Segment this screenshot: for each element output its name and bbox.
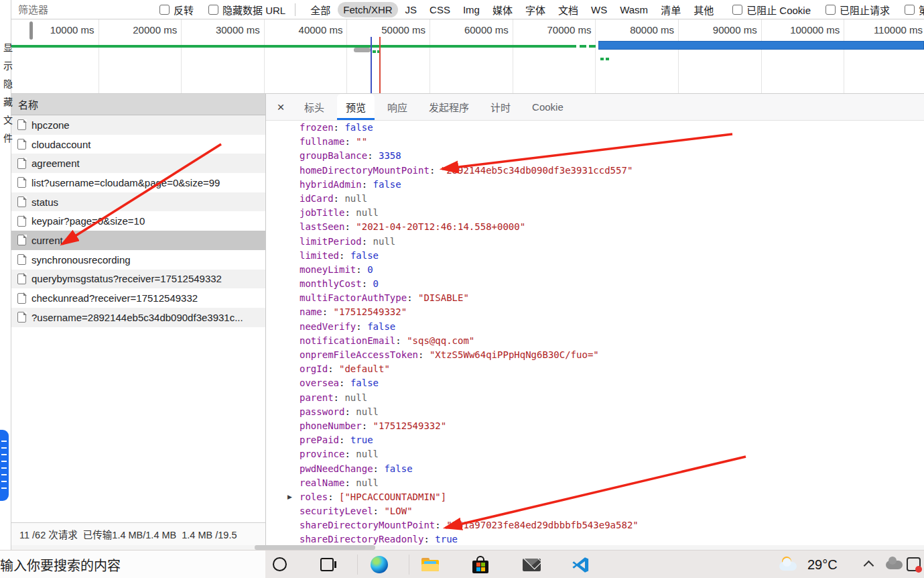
close-icon[interactable]: × bbox=[266, 94, 295, 120]
vscode-icon[interactable] bbox=[572, 556, 590, 577]
expand-arrow-icon[interactable]: ▶ bbox=[287, 490, 292, 504]
filter-type-媒体[interactable]: 媒体 bbox=[487, 1, 518, 19]
request-row-3[interactable]: agreement bbox=[11, 154, 265, 173]
tab-计时[interactable]: 计时 bbox=[482, 94, 519, 120]
request-row-11[interactable]: ?username=2892144eb5c34db090df3e3931c... bbox=[11, 308, 265, 327]
search-circle-icon[interactable] bbox=[273, 557, 287, 571]
timeline-tick-label: 90000 ms bbox=[683, 24, 757, 36]
docked-widget-tab[interactable] bbox=[0, 430, 9, 501]
json-key: pwdNeedChange bbox=[300, 463, 373, 474]
json-key: hybridAdmin bbox=[300, 179, 362, 190]
json-line-shareDirectoryMountPoint: shareDirectoryMountPoint: "251a97023fe84… bbox=[266, 518, 924, 532]
microsoft-store-icon[interactable] bbox=[472, 556, 488, 573]
json-line-shareDirectoryReadonly: shareDirectoryReadonly: true bbox=[266, 532, 924, 545]
request-row-8[interactable]: synchronousrecording bbox=[11, 250, 265, 270]
document-icon bbox=[17, 312, 26, 323]
filter-type-字体[interactable]: 字体 bbox=[520, 1, 551, 19]
request-name: keypair?page=0&size=10 bbox=[31, 215, 145, 227]
name-column-header[interactable]: 名称 bbox=[11, 94, 265, 115]
json-key: lastSeen bbox=[300, 221, 344, 232]
json-colon: : bbox=[423, 534, 435, 544]
json-colon: : bbox=[339, 250, 350, 261]
show-hidden-files-vertical-label: 显示隐藏文件 bbox=[1, 43, 14, 152]
json-value: false bbox=[367, 321, 395, 332]
tab-发起程序[interactable]: 发起程序 bbox=[420, 94, 478, 120]
json-colon: : bbox=[334, 193, 345, 204]
block-option-checkbox[interactable]: 已阻止 Cookie bbox=[732, 3, 811, 17]
network-overview-timeline[interactable]: 10000 ms20000 ms30000 ms40000 ms50000 ms… bbox=[11, 19, 924, 94]
file-explorer-icon[interactable] bbox=[421, 558, 439, 571]
timeline-green-dash bbox=[589, 45, 596, 48]
json-colon: : bbox=[395, 335, 407, 346]
request-row-10[interactable]: checkunread?receiver=17512549332 bbox=[11, 288, 265, 308]
filter-type-WS[interactable]: WS bbox=[586, 2, 612, 17]
document-icon bbox=[17, 177, 26, 188]
filter-type-Img[interactable]: Img bbox=[458, 2, 485, 17]
filter-type-CSS[interactable]: CSS bbox=[424, 2, 456, 17]
json-value: null bbox=[356, 477, 379, 488]
filter-type-全部[interactable]: 全部 bbox=[305, 1, 336, 19]
json-colon: : bbox=[334, 392, 345, 403]
filter-type-Wasm[interactable]: Wasm bbox=[614, 2, 653, 17]
json-colon: : bbox=[362, 179, 373, 190]
onedrive-cloud-icon[interactable] bbox=[886, 561, 903, 569]
filter-option-checkbox[interactable]: 反转 bbox=[159, 3, 194, 17]
horizontal-scrollbar-thumb[interactable] bbox=[255, 545, 375, 550]
request-row-4[interactable]: list?username=cloudam&page=0&size=99 bbox=[11, 173, 265, 192]
timeline-green-dot bbox=[606, 58, 609, 60]
chevron-up-icon[interactable] bbox=[865, 562, 872, 569]
tab-响应[interactable]: 响应 bbox=[379, 94, 416, 120]
json-value: 0 bbox=[367, 264, 373, 275]
request-row-7[interactable]: current bbox=[11, 231, 265, 250]
json-line-onpremFileAccessToken: onpremFileAccessToken: "XtzS5Ww64qiPPpHq… bbox=[266, 348, 924, 362]
json-colon: : bbox=[373, 463, 385, 474]
json-value: null bbox=[356, 406, 379, 417]
timeline-long-request-bar bbox=[598, 41, 924, 50]
json-line-fullname: fullname: "" bbox=[266, 135, 924, 149]
filter-option-checkbox-label: 隐藏数据 URL bbox=[222, 3, 285, 17]
filter-option-checkbox[interactable]: 隐藏数据 URL bbox=[208, 3, 285, 17]
tab-Cookie[interactable]: Cookie bbox=[523, 94, 572, 120]
request-name: status bbox=[31, 196, 58, 208]
request-type-filters: 全部Fetch/XHRJSCSSImg媒体字体文档WSWasm清单其他 bbox=[305, 1, 719, 19]
request-row-6[interactable]: keypair?page=0&size=10 bbox=[11, 211, 265, 231]
filter-type-JS[interactable]: JS bbox=[400, 2, 423, 17]
name-column-header-label: 名称 bbox=[18, 97, 38, 111]
horizontal-scrollbar[interactable] bbox=[11, 545, 924, 550]
checkbox-box-icon bbox=[732, 5, 742, 15]
request-row-5[interactable]: status bbox=[11, 192, 265, 212]
request-row-9[interactable]: querybymsgstatus?receiver=17512549332 bbox=[11, 270, 265, 289]
edge-browser-icon[interactable] bbox=[371, 556, 388, 573]
filter-type-清单[interactable]: 清单 bbox=[655, 1, 686, 19]
timeline-tick-label: 110000 ms bbox=[849, 24, 923, 36]
filter-type-其他[interactable]: 其他 bbox=[688, 1, 719, 19]
tab-标头[interactable]: 标头 bbox=[295, 94, 333, 120]
mail-icon[interactable] bbox=[523, 559, 541, 571]
request-name: cloudaccount bbox=[31, 139, 90, 150]
json-value: "default" bbox=[339, 363, 390, 374]
request-row-2[interactable]: cloudaccount bbox=[11, 135, 265, 154]
filter-input[interactable] bbox=[18, 2, 151, 17]
weather-icon[interactable] bbox=[779, 557, 801, 573]
taskbar-search-box[interactable]: 输入你要搜索的内容 bbox=[0, 551, 265, 578]
filter-type-文档[interactable]: 文档 bbox=[553, 1, 584, 19]
block-option-checkbox[interactable]: 已阻止请求 bbox=[826, 3, 890, 17]
taskbar-search-text: 输入你要搜索的内容 bbox=[0, 555, 121, 575]
tab-预览[interactable]: 预览 bbox=[337, 94, 375, 120]
json-key: idCard bbox=[300, 193, 334, 204]
mini-scrollbar[interactable] bbox=[29, 21, 33, 40]
filter-type-Fetch/XHR[interactable]: Fetch/XHR bbox=[338, 2, 397, 17]
temperature-label[interactable]: 29°C bbox=[807, 551, 838, 578]
document-icon bbox=[17, 254, 26, 265]
task-view-icon[interactable] bbox=[320, 558, 334, 571]
json-value: "17512549332" bbox=[334, 306, 407, 317]
recorder-tray-icon[interactable] bbox=[907, 557, 921, 571]
taskbar-divider bbox=[409, 555, 409, 575]
json-line-hybridAdmin: hybridAdmin: false bbox=[266, 178, 924, 192]
load-event-marker-line bbox=[379, 37, 381, 93]
block-option-checkbox[interactable]: 第三方 bbox=[905, 3, 924, 17]
json-key: phoneNumber bbox=[300, 420, 362, 431]
filter-option-checkbox-label: 反转 bbox=[174, 3, 194, 17]
json-value: "XtzS5Ww64qiPPpHqNg6B30C/fuo=" bbox=[430, 349, 599, 360]
request-row-1[interactable]: hpczone bbox=[11, 115, 265, 135]
